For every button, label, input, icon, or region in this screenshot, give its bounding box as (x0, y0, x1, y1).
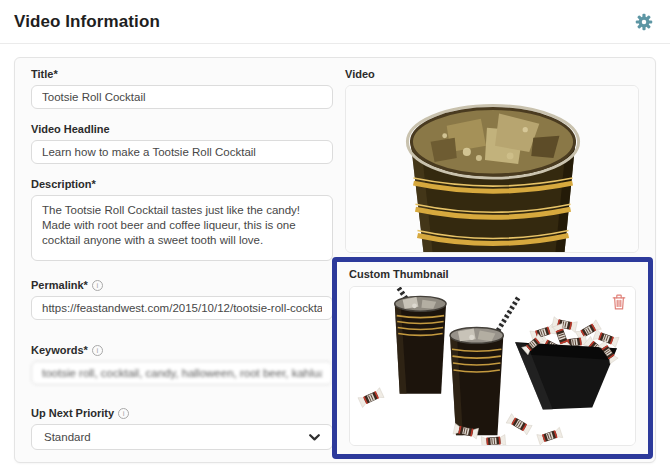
trash-icon[interactable] (612, 294, 626, 310)
up-next-priority-field: Up Next Priority i Standard (31, 407, 333, 450)
video-preview (345, 85, 639, 253)
up-next-priority-value: Standard (44, 431, 91, 443)
description-label: Description* (31, 178, 333, 191)
description-field: Description* The Tootsie Roll Cocktail t… (31, 178, 333, 265)
title-label: Title* (31, 68, 333, 81)
permalink-field: Permalink* i (31, 279, 333, 320)
headline-label: Video Headline (31, 123, 333, 136)
custom-thumbnail-label: Custom Thumbnail (349, 268, 636, 281)
info-icon[interactable]: i (92, 345, 103, 356)
custom-thumbnail-section: Custom Thumbnail (332, 257, 653, 459)
video-label: Video (345, 68, 639, 81)
permalink-label: Permalink* (31, 279, 88, 292)
media-column: Video (345, 68, 639, 452)
gear-icon[interactable] (634, 12, 654, 32)
form-column: Title* Video Headline Description* The T… (31, 68, 333, 452)
custom-thumbnail-preview (349, 286, 636, 446)
headline-field: Video Headline (31, 123, 333, 164)
title-field: Title* (31, 68, 333, 109)
gear-icon-glyph (635, 13, 653, 31)
up-next-priority-select[interactable]: Standard (31, 424, 333, 450)
video-information-card: Title* Video Headline Description* The T… (14, 57, 656, 463)
up-next-priority-label: Up Next Priority (31, 407, 114, 420)
keywords-field: Keywords* i (31, 344, 333, 385)
video-preview-image (346, 86, 638, 252)
header: Video Information (0, 0, 670, 44)
permalink-input[interactable] (31, 296, 333, 320)
custom-thumbnail-image (350, 287, 635, 445)
chevron-down-icon (309, 434, 320, 441)
description-textarea[interactable]: The Tootsie Roll Cocktail tastes just li… (31, 195, 333, 261)
info-icon[interactable]: i (92, 280, 103, 291)
keywords-input[interactable] (31, 361, 333, 385)
keywords-label: Keywords* (31, 344, 88, 357)
title-input[interactable] (31, 85, 333, 109)
page-title: Video Information (14, 12, 160, 32)
headline-input[interactable] (31, 140, 333, 164)
info-icon[interactable]: i (118, 408, 129, 419)
